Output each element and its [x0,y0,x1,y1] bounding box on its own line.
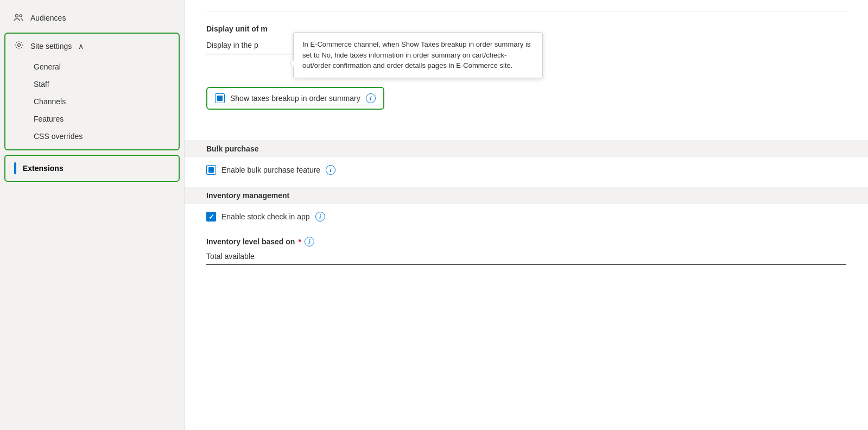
tooltip-box: In E-Commerce channel, when Show Taxes b… [293,32,543,78]
show-taxes-row: Show taxes breakup in order summary i [206,87,384,110]
show-taxes-checkbox[interactable] [215,93,225,103]
svg-point-0 [16,15,18,17]
inventory-section-header: Inventory management [185,187,868,204]
site-settings-label: Site settings [30,42,72,50]
inventory-level-info-icon[interactable]: i [305,237,314,246]
enable-bulk-info-icon[interactable]: i [326,165,335,175]
required-star: * [298,237,301,246]
sidebar-item-staff[interactable]: Staff [34,75,179,93]
enable-bulk-label: Enable bulk purchase feature [221,166,320,174]
enable-stock-label: Enable stock check in app [221,212,310,221]
enable-bulk-checkbox[interactable] [206,165,216,175]
enable-bulk-row: Enable bulk purchase feature i [206,157,846,182]
checkbox-checkmark: ✓ [208,213,214,220]
bulk-purchase-section-header: Bulk purchase [185,140,868,157]
extensions-label: Extensions [23,164,64,173]
sidebar-item-channels[interactable]: Channels [34,93,179,110]
inventory-level-group: Inventory level based on * i Total avail… [206,237,846,265]
checkbox-inner [217,96,223,101]
sidebar: Audiences Site settings ∧ General Staff … [0,0,185,430]
main-content: Display unit of m Display in the p In E-… [185,0,868,430]
tooltip-text: In E-Commerce channel, when Show Taxes b… [302,40,530,69]
show-taxes-label: Show taxes breakup in order summary [230,94,360,103]
audiences-icon [13,12,24,23]
content-body: Display unit of m Display in the p In E-… [185,0,868,276]
audiences-label: Audiences [30,14,171,22]
site-settings-group: Site settings ∧ General Staff Channels F… [4,33,180,150]
sidebar-item-site-settings[interactable]: Site settings ∧ [5,34,179,58]
show-taxes-info-icon[interactable]: i [366,93,376,103]
svg-point-2 [18,44,21,47]
bulk-purchase-label: Bulk purchase [206,144,258,153]
sidebar-item-css-overrides[interactable]: CSS overrides [34,128,179,145]
sidebar-item-audiences[interactable]: Audiences [2,6,182,30]
extensions-active-bar [14,162,16,174]
enable-stock-info-icon[interactable]: i [315,212,325,222]
tooltip-container: Display in the p In E-Commerce channel, … [206,37,315,54]
sidebar-item-extensions[interactable]: Extensions [4,155,180,182]
svg-point-1 [20,15,22,17]
settings-gear-icon [14,40,24,52]
inventory-level-value: Total available [206,250,846,263]
sidebar-item-features[interactable]: Features [34,110,179,128]
inventory-section-label: Inventory management [206,191,289,200]
enable-stock-checkbox[interactable]: ✓ [206,212,216,222]
sidebar-item-general[interactable]: General [34,58,179,75]
site-settings-children: General Staff Channels Features CSS over… [5,58,179,149]
enable-stock-row: ✓ Enable stock check in app i [206,204,846,229]
chevron-up-icon: ∧ [78,42,84,50]
inventory-level-underline [206,264,846,265]
inventory-level-label: Inventory level based on * i [206,237,846,246]
checkbox-inner-bulk [208,167,214,173]
top-divider [206,11,846,11]
display-unit-group: Display unit of m Display in the p In E-… [206,24,846,54]
